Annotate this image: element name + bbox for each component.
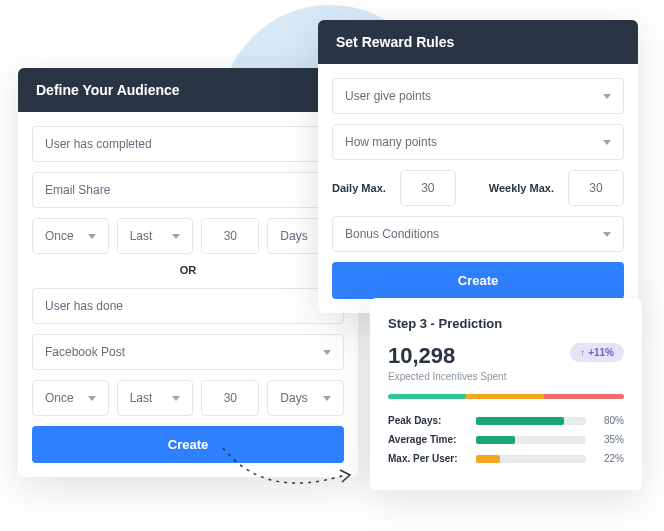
reward-card: Set Reward Rules User give points How ma… — [318, 20, 638, 313]
metric-label: Peak Days: — [388, 415, 468, 426]
prediction-subtitle: Expected Incentives Spent — [388, 371, 506, 382]
select-label: Email Share — [45, 183, 110, 197]
bar-fill — [476, 455, 500, 463]
bar-fill — [476, 417, 564, 425]
chevron-down-icon — [603, 232, 611, 237]
select-how-many[interactable]: How many points — [332, 124, 624, 160]
chevron-down-icon — [603, 140, 611, 145]
select-give-points[interactable]: User give points — [332, 78, 624, 114]
trend-badge: ↑+11% — [570, 343, 624, 362]
timeframe-row-1: Once Last 30 Days — [32, 218, 344, 254]
reward-header: Set Reward Rules — [318, 20, 638, 64]
input-number[interactable]: 30 — [201, 380, 259, 416]
arrow-up-icon: ↑ — [580, 347, 585, 358]
audience-card: Define Your Audience User has completed … — [18, 68, 358, 477]
daily-max-label: Daily Max. — [332, 182, 386, 194]
or-divider: OR — [32, 264, 344, 276]
metric-row: Max. Per User:22% — [388, 453, 624, 464]
chevron-down-icon — [172, 234, 180, 239]
chevron-down-icon — [323, 350, 331, 355]
metric-row: Peak Days:80% — [388, 415, 624, 426]
metric-label: Max. Per User: — [388, 453, 468, 464]
select-last[interactable]: Last — [117, 380, 194, 416]
daily-max-input[interactable]: 30 — [400, 170, 456, 206]
prediction-title: Step 3 - Prediction — [388, 316, 624, 331]
prediction-card: Step 3 - Prediction 10,298 Expected Ince… — [370, 298, 642, 490]
metric-value: 35% — [594, 434, 624, 445]
weekly-max-label: Weekly Max. — [489, 182, 554, 194]
select-last[interactable]: Last — [117, 218, 194, 254]
gradient-bar — [388, 394, 624, 399]
metric-value: 80% — [594, 415, 624, 426]
create-button[interactable]: Create — [332, 262, 624, 299]
select-once[interactable]: Once — [32, 218, 109, 254]
chevron-down-icon — [172, 396, 180, 401]
select-once[interactable]: Once — [32, 380, 109, 416]
reward-body: User give points How many points Daily M… — [318, 64, 638, 313]
prediction-top-row: 10,298 Expected Incentives Spent ↑+11% — [388, 343, 624, 382]
select-label: User has completed — [45, 137, 152, 151]
dotted-arrow-icon — [215, 440, 365, 510]
bar-track — [476, 417, 586, 425]
metric-row: Average Time:35% — [388, 434, 624, 445]
metric-label: Average Time: — [388, 434, 468, 445]
timeframe-row-2: Once Last 30 Days — [32, 380, 344, 416]
select-email-share[interactable]: Email Share — [32, 172, 344, 208]
metrics-list: Peak Days:80%Average Time:35%Max. Per Us… — [388, 415, 624, 464]
audience-body: User has completed Email Share Once Last… — [18, 112, 358, 477]
metric-value: 22% — [594, 453, 624, 464]
max-row: Daily Max. 30 Weekly Max. 30 — [332, 170, 624, 206]
audience-header: Define Your Audience — [18, 68, 358, 112]
chevron-down-icon — [323, 396, 331, 401]
select-facebook-post[interactable]: Facebook Post — [32, 334, 344, 370]
input-number[interactable]: 30 — [201, 218, 259, 254]
select-bonus-conditions[interactable]: Bonus Conditions — [332, 216, 624, 252]
bar-fill — [476, 436, 515, 444]
weekly-max-input[interactable]: 30 — [568, 170, 624, 206]
prediction-value: 10,298 — [388, 343, 506, 369]
chevron-down-icon — [88, 234, 96, 239]
select-days[interactable]: Days — [267, 380, 344, 416]
select-user-done[interactable]: User has done — [32, 288, 344, 324]
chevron-down-icon — [603, 94, 611, 99]
select-user-completed[interactable]: User has completed — [32, 126, 344, 162]
chevron-down-icon — [88, 396, 96, 401]
bar-track — [476, 455, 586, 463]
bar-track — [476, 436, 586, 444]
